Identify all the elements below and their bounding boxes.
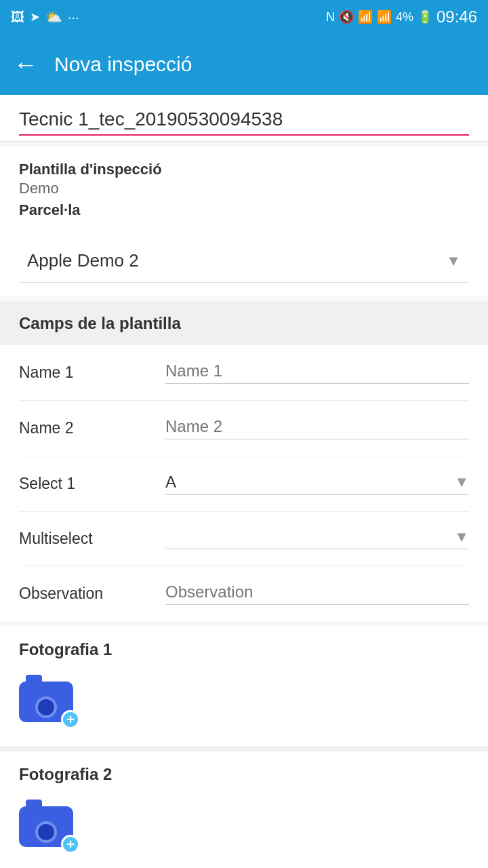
select1-arrow-icon: ▼ (454, 473, 469, 491)
battery-icon: 🔋 (418, 9, 432, 24)
name1-input[interactable] (165, 361, 469, 380)
photo2-label: Fotografia 2 (19, 765, 469, 784)
select1-label: Select 1 (19, 475, 155, 493)
parcela-dropdown-arrow-icon: ▼ (446, 252, 461, 270)
observation-input[interactable] (165, 583, 469, 601)
field-row-name2: Name 2 (19, 401, 469, 456)
status-bar: 🖼 ➤ ⛅ ··· N 🔇 📶 📶 4% 🔋 09:46 (0, 0, 488, 34)
content: Plantilla d'inspecció Demo Parcel·la App… (0, 95, 488, 868)
nfc-icon: N (326, 10, 335, 24)
photo2-add-button[interactable]: + (19, 796, 80, 857)
name1-input-wrap (165, 361, 469, 384)
parcela-label: Parcel·la (19, 201, 469, 219)
multiselect-dropdown[interactable]: ▼ (165, 528, 469, 549)
field-row-name1: Name 1 (19, 345, 469, 401)
multiselect-arrow-icon: ▼ (454, 528, 469, 546)
weather-icon: ⛅ (45, 9, 62, 25)
battery-percentage: 4% (396, 10, 413, 24)
name2-input[interactable] (165, 417, 469, 436)
status-bar-right: N 🔇 📶 📶 4% 🔋 09:46 (326, 7, 477, 26)
camera-plus-icon-2: + (61, 835, 80, 854)
observation-label: Observation (19, 585, 155, 603)
camera-plus-icon: + (61, 710, 80, 729)
name2-input-wrap (165, 417, 469, 439)
name1-label: Name 1 (19, 363, 155, 382)
field-row-multiselect: Multiselect ▼ (19, 512, 469, 566)
image-icon: 🖼 (11, 9, 24, 25)
parcela-dropdown-section: Apple Demo 2 ▼ (0, 233, 488, 296)
top-input-section (0, 95, 488, 142)
app-bar: ← Nova inspecció (0, 34, 488, 95)
dots-icon: ··· (68, 9, 79, 25)
inspection-name-input[interactable] (19, 108, 469, 136)
photo1-label: Fotografia 1 (19, 640, 469, 659)
parcela-dropdown[interactable]: Apple Demo 2 ▼ (19, 239, 469, 283)
photo2-section: Fotografia 2 + (0, 746, 488, 868)
send-icon: ➤ (30, 9, 40, 24)
field-row-select1: Select 1 A ▼ (19, 456, 469, 512)
mute-icon: 🔇 (339, 9, 354, 24)
camera-add-icon: + (19, 675, 80, 729)
observation-input-wrap (165, 583, 469, 605)
select1-value: A (165, 473, 176, 492)
camera-add-icon-2: + (19, 800, 80, 854)
camps-title: Camps de la plantilla (19, 314, 181, 332)
form-fields: Name 1 Name 2 Select 1 A ▼ Multiselect ▼ (0, 345, 488, 621)
photo1-add-button[interactable]: + (19, 671, 80, 732)
photo1-section: Fotografia 1 + (0, 627, 488, 746)
parcela-dropdown-value: Apple Demo 2 (27, 250, 139, 271)
multiselect-label: Multiselect (19, 530, 155, 548)
back-button[interactable]: ← (14, 50, 38, 79)
wifi-icon: 📶 (358, 9, 373, 24)
name2-label: Name 2 (19, 419, 155, 437)
camps-section-header: Camps de la plantilla (0, 302, 488, 345)
page-title: Nova inspecció (54, 53, 192, 76)
template-info-section: Plantilla d'inspecció Demo Parcel·la (0, 147, 488, 233)
select1-dropdown[interactable]: A ▼ (165, 473, 469, 495)
template-label: Plantilla d'inspecció (19, 161, 469, 178)
template-value: Demo (19, 180, 469, 197)
status-time: 09:46 (436, 7, 477, 26)
field-row-observation: Observation (19, 566, 469, 621)
status-bar-left: 🖼 ➤ ⛅ ··· (11, 9, 79, 25)
signal-icon: 📶 (377, 9, 392, 24)
